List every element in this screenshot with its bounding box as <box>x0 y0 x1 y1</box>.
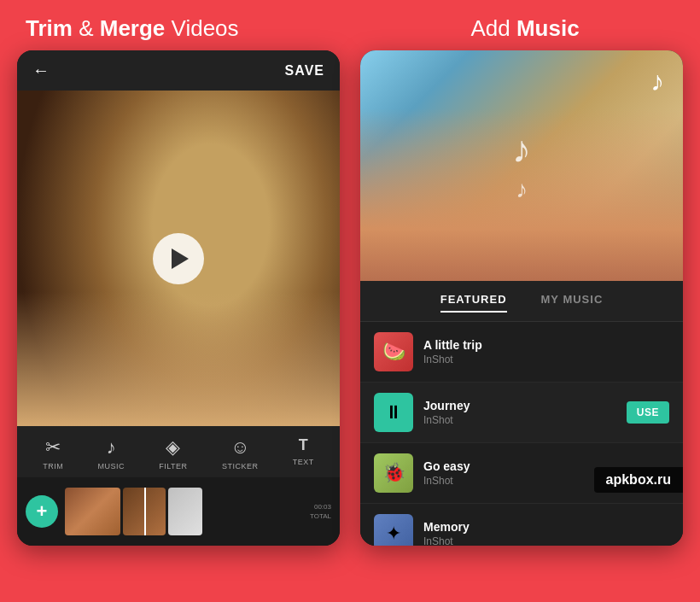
music-list: 🍉 A little trip InShot ⏸ Journey InShot … <box>360 322 683 546</box>
timeline-clips <box>65 488 303 535</box>
music-note-big-icon: ♪ <box>512 128 531 171</box>
thumb-3: 🐞 <box>374 453 413 493</box>
music-notes-overlay: ♪ ♪ <box>512 128 531 203</box>
phone-right: ♪ ♪ ♪ FEATURED MY MUSIC 🍉 A little trip … <box>360 50 683 546</box>
add-text: Add <box>470 15 516 41</box>
music-label: MUSIC <box>97 462 125 470</box>
music-title-4: Memory <box>423 520 669 534</box>
music-note-small-icon: ♪ <box>516 176 528 203</box>
left-heading: Trim & Merge Videos <box>26 15 324 42</box>
play-triangle-icon <box>172 248 189 269</box>
thumb-2: ⏸ <box>374 393 413 432</box>
left-top-bar: ← SAVE <box>17 50 340 91</box>
music-icon: ♪ <box>107 436 116 459</box>
tool-music[interactable]: ♪ MUSIC <box>97 436 125 470</box>
music-bold: Music <box>516 15 580 41</box>
music-artist-4: InShot <box>423 535 669 546</box>
music-info-4: Memory InShot <box>423 520 669 546</box>
music-note-top-icon: ♪ <box>650 66 664 97</box>
text-icon: T <box>299 436 308 454</box>
play-button[interactable] <box>153 233 204 284</box>
music-artist-2: InShot <box>423 414 616 426</box>
video-preview <box>17 91 340 426</box>
tabs-row: FEATURED MY MUSIC <box>360 281 683 322</box>
music-info-2: Journey InShot <box>423 399 616 426</box>
music-item-2[interactable]: ⏸ Journey InShot USE <box>360 383 683 443</box>
use-button[interactable]: USE <box>627 401 669 424</box>
filter-label: FILTER <box>159 462 187 470</box>
videos-text: Videos <box>172 15 239 41</box>
back-icon[interactable]: ← <box>32 61 50 80</box>
tool-text[interactable]: T TEXT <box>293 436 314 470</box>
trim-icon: ✂ <box>45 436 61 459</box>
music-title-2: Journey <box>423 399 616 412</box>
phone-left: ← SAVE ✂ TRIM ♪ MUSIC ◈ FILTER <box>17 50 340 546</box>
right-heading: Add Music <box>324 15 674 42</box>
music-title-1: A little trip <box>423 338 669 352</box>
sticker-label: STICKER <box>222 462 259 470</box>
tab-featured[interactable]: FEATURED <box>440 293 507 313</box>
tool-filter[interactable]: ◈ FILTER <box>159 436 187 470</box>
thumb-1: 🍉 <box>374 332 413 371</box>
music-artist-1: InShot <box>423 354 669 365</box>
time-label: 00:03 <box>314 503 331 511</box>
total-label: TOTAL <box>310 512 331 520</box>
tab-my-music[interactable]: MY MUSIC <box>541 293 604 313</box>
clip-2 <box>123 488 166 535</box>
tool-trim[interactable]: ✂ TRIM <box>43 436 63 470</box>
photo-preview: ♪ ♪ <box>360 50 683 281</box>
clip-1 <box>65 488 120 535</box>
filter-icon: ◈ <box>166 436 180 459</box>
trim-label: TRIM <box>43 462 63 470</box>
save-label[interactable]: SAVE <box>285 63 324 79</box>
merge-bold: Merge <box>100 15 166 41</box>
tool-sticker[interactable]: ☺ STICKER <box>222 436 259 470</box>
tools-bar: ✂ TRIM ♪ MUSIC ◈ FILTER ☺ STICKER T TEXT <box>17 426 340 477</box>
music-item-4[interactable]: ✦ Memory InShot <box>360 504 683 546</box>
sticker-icon: ☺ <box>230 436 249 459</box>
phones-row: ← SAVE ✂ TRIM ♪ MUSIC ◈ FILTER <box>0 50 700 602</box>
trim-bold: Trim <box>26 15 79 41</box>
face-smile-overlay <box>17 292 340 426</box>
watermark: apkbox.ru <box>594 467 683 493</box>
thumb-4: ✦ <box>374 514 413 546</box>
text-label: TEXT <box>293 458 314 466</box>
clip-3 <box>168 488 202 535</box>
and-text: & <box>79 15 100 41</box>
add-clip-button[interactable]: + <box>26 495 58 528</box>
timeline-bar: + 00:03 TOTAL <box>17 477 340 546</box>
music-info-1: A little trip InShot <box>423 338 669 365</box>
music-item-1[interactable]: 🍉 A little trip InShot <box>360 322 683 383</box>
timeline-time: 00:03 TOTAL <box>310 503 331 520</box>
top-labels: Trim & Merge Videos Add Music <box>0 0 700 50</box>
